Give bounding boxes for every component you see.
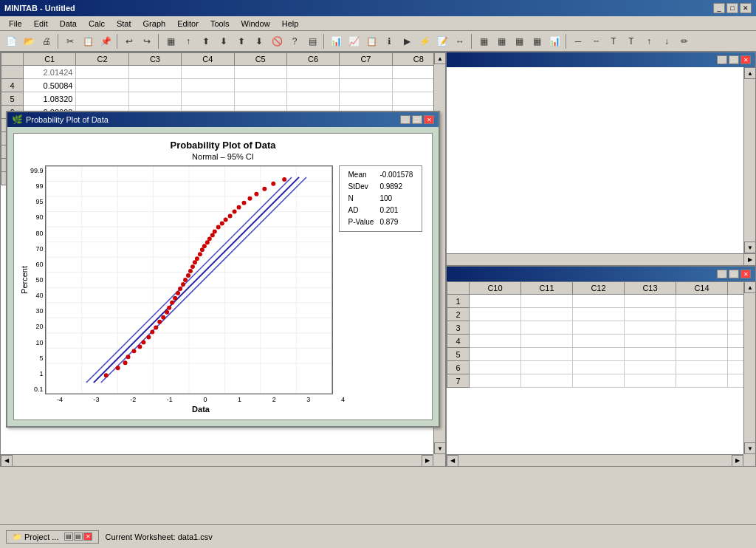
- menu-data[interactable]: Data: [54, 18, 83, 30]
- cell-4-6[interactable]: [286, 79, 339, 92]
- print-button[interactable]: 🖨: [38, 33, 55, 49]
- scroll-down-btn[interactable]: ▼: [434, 442, 446, 454]
- col-c3-header[interactable]: C3: [128, 53, 181, 66]
- rb-scroll-up[interactable]: ▲: [744, 281, 756, 293]
- paste-button[interactable]: 📌: [97, 33, 114, 49]
- graph-min-btn[interactable]: _: [400, 115, 410, 124]
- tb-btn-26[interactable]: ↓: [659, 33, 675, 49]
- tb-btn-9[interactable]: 📈: [346, 33, 362, 49]
- col-c10-header[interactable]: C10: [470, 282, 521, 295]
- open-button[interactable]: 📂: [21, 33, 37, 49]
- tb-btn-14[interactable]: 📝: [434, 33, 450, 49]
- col-c2-header[interactable]: C2: [76, 53, 128, 66]
- tb-btn-24[interactable]: T: [623, 33, 639, 49]
- tb-btn-5[interactable]: ⬆: [233, 33, 250, 49]
- tb-btn-7[interactable]: ▤: [304, 33, 320, 49]
- menu-edit[interactable]: Edit: [28, 18, 54, 30]
- project-tab[interactable]: 📁 Project ... ▤ ▤ ✕: [6, 530, 99, 544]
- undo-button[interactable]: ↩: [121, 33, 137, 49]
- tb-help-button[interactable]: ?: [286, 33, 303, 49]
- cell-5-5[interactable]: [234, 92, 286, 106]
- copy-button[interactable]: 📋: [80, 33, 96, 49]
- rb-h-right[interactable]: ▶: [732, 455, 743, 467]
- tb-btn-2[interactable]: ↑: [180, 33, 196, 49]
- col-c1-header[interactable]: C1: [24, 53, 76, 66]
- close-button[interactable]: ✕: [740, 3, 752, 13]
- scroll-up-btn[interactable]: ▲: [434, 52, 446, 64]
- scroll-right-btn[interactable]: ▶: [422, 455, 433, 467]
- col-c14-header[interactable]: C14: [676, 282, 728, 295]
- cell-3-2[interactable]: [76, 66, 128, 79]
- menu-help[interactable]: Help: [276, 18, 305, 30]
- rt-scroll-down[interactable]: ▼: [744, 242, 756, 253]
- right-top-max[interactable]: □: [729, 55, 739, 64]
- rb-close-btn[interactable]: ✕: [740, 270, 751, 278]
- menu-tools[interactable]: Tools: [205, 18, 236, 30]
- cell-4-3[interactable]: [128, 79, 181, 92]
- cell-4-5[interactable]: [234, 79, 286, 92]
- new-button[interactable]: 📄: [3, 33, 19, 49]
- cell-4-2[interactable]: [76, 79, 128, 92]
- cell-3-6[interactable]: [286, 66, 339, 79]
- minimize-button[interactable]: _: [713, 3, 725, 13]
- graph-max-btn[interactable]: □: [412, 115, 422, 124]
- tb-stop-button[interactable]: 🚫: [269, 33, 285, 49]
- h-scrollbar[interactable]: ◀ ▶: [1, 454, 433, 466]
- tb-btn-3[interactable]: ⬆: [198, 33, 214, 49]
- cell-3-4[interactable]: [182, 66, 234, 79]
- rt-v-scrollbar[interactable]: ▲ ▼: [743, 67, 755, 253]
- menu-window[interactable]: Window: [236, 18, 276, 30]
- tb-btn-19[interactable]: ▦: [529, 33, 545, 49]
- redo-button[interactable]: ↪: [139, 33, 155, 49]
- cell-4-1[interactable]: 0.50084: [24, 79, 76, 92]
- tb-btn-18[interactable]: ▦: [511, 33, 527, 49]
- tb-btn-6[interactable]: ⬇: [251, 33, 267, 49]
- cell-4-4[interactable]: [182, 79, 234, 92]
- cell-5-2[interactable]: [76, 92, 128, 106]
- rb-scroll-down[interactable]: ▼: [744, 442, 756, 454]
- rt-scroll-up[interactable]: ▲: [744, 67, 756, 79]
- tb-btn-13[interactable]: ⚡: [416, 33, 433, 49]
- proj-close-btn[interactable]: ✕: [83, 532, 92, 541]
- maximize-button[interactable]: □: [726, 3, 738, 13]
- scroll-left-btn[interactable]: ◀: [1, 455, 13, 467]
- rb-h-scrollbar[interactable]: ◀ ▶: [447, 454, 743, 466]
- tb-btn-8[interactable]: 📊: [328, 33, 344, 49]
- cell-3-5[interactable]: [234, 66, 286, 79]
- tb-btn-22[interactable]: ╌: [588, 33, 604, 49]
- col-c7-header[interactable]: C7: [340, 53, 392, 66]
- col-c6-header[interactable]: C6: [286, 53, 339, 66]
- menu-graph[interactable]: Graph: [137, 18, 172, 30]
- proj-btn-1[interactable]: ▤: [64, 532, 73, 541]
- col-c5-header[interactable]: C5: [234, 53, 286, 66]
- cell-5-1[interactable]: 1.08320: [24, 92, 76, 106]
- right-top-min[interactable]: _: [717, 55, 727, 64]
- rt-expand-btn[interactable]: ▶: [743, 253, 755, 265]
- cell-3-3[interactable]: [128, 66, 181, 79]
- rb-min-btn[interactable]: _: [717, 270, 727, 278]
- proj-btn-2[interactable]: ▤: [74, 532, 83, 541]
- menu-editor[interactable]: Editor: [171, 18, 205, 30]
- rb-h-left[interactable]: ◀: [447, 455, 458, 467]
- cell-3-1[interactable]: 2.01424: [24, 66, 76, 79]
- rb-v-scrollbar[interactable]: ▲ ▼: [743, 281, 755, 454]
- cell-5-6[interactable]: [286, 92, 339, 106]
- cell-5-3[interactable]: [128, 92, 181, 106]
- menu-file[interactable]: File: [3, 18, 28, 30]
- rb-max-btn[interactable]: □: [729, 270, 739, 278]
- tb-btn-11[interactable]: ℹ: [381, 33, 397, 49]
- cell-5-7[interactable]: [340, 92, 392, 106]
- tb-btn-17[interactable]: ▦: [493, 33, 509, 49]
- tb-btn-15[interactable]: ↔: [452, 33, 468, 49]
- graph-close-btn[interactable]: ✕: [424, 115, 434, 124]
- tb-btn-21[interactable]: ─: [570, 33, 586, 49]
- cell-4-7[interactable]: [340, 79, 392, 92]
- cut-button[interactable]: ✂: [62, 33, 78, 49]
- col-c12-header[interactable]: C12: [573, 282, 625, 295]
- col-c4-header[interactable]: C4: [182, 53, 234, 66]
- tb-btn-12[interactable]: ▶: [399, 33, 415, 49]
- rt-h-scrollbar[interactable]: [447, 253, 743, 265]
- tb-btn-16[interactable]: ▦: [475, 33, 492, 49]
- cell-3-7[interactable]: [340, 66, 392, 79]
- cell-5-4[interactable]: [182, 92, 234, 106]
